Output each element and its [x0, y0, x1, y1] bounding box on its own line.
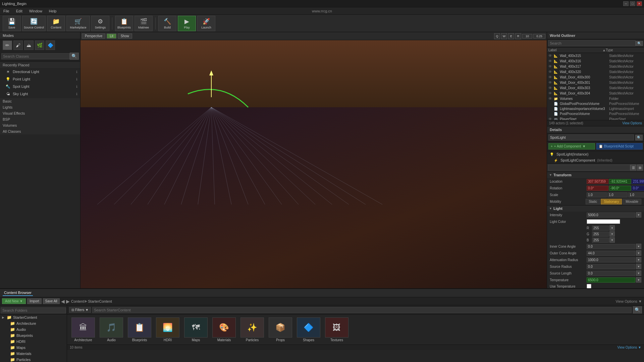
content-item-audio[interactable]: 🎵 Audio — [98, 317, 125, 342]
blueprints-button[interactable]: 📋 Blueprints — [115, 16, 133, 31]
details-name-input[interactable] — [548, 134, 634, 140]
location-z-input[interactable] — [632, 179, 644, 184]
outliner-item-wall315[interactable]: 👁 📐 Wall_400x315 StaticMeshActor — [547, 53, 644, 58]
viewport-tool3[interactable]: E — [508, 33, 514, 39]
point-light-item[interactable]: 💡 Point Light ℹ — [0, 75, 80, 83]
spotlight-component-item[interactable]: ⚡ SpotLightComponent (Inherited) — [547, 157, 644, 163]
recently-placed-header[interactable]: Recently Placed — [0, 62, 80, 68]
view-options-btn[interactable]: View Options ▼ — [615, 299, 642, 303]
static-mobility-btn[interactable]: Static — [586, 199, 600, 204]
marketplace-button[interactable]: 🛒 Marketplace — [66, 16, 90, 31]
rotation-x-input[interactable] — [587, 186, 608, 191]
outliner-item-postprocess[interactable]: 📄 GlobalPostProcessVolume PostProcessVol… — [547, 101, 644, 106]
outliner-item-lightmass[interactable]: 📄 LightmassImportanceVolume3 LightmassIm… — [547, 106, 644, 111]
directional-light-item[interactable]: ☀ Directional Light ℹ — [0, 68, 80, 75]
outliner-search-input[interactable] — [548, 40, 636, 46]
scale-x-input[interactable] — [587, 192, 607, 197]
content-view-options[interactable]: View Options ▼ — [618, 346, 641, 349]
stationary-mobility-btn[interactable]: Stationary — [601, 199, 622, 204]
scale-z-input[interactable] — [628, 192, 644, 197]
outliner-item-wall316[interactable]: 👁 📐 Wall_400x316 StaticMeshActor — [547, 58, 644, 64]
movable-mobility-btn[interactable]: Movable — [623, 199, 641, 204]
details-grid-view-btn[interactable]: ⊞ — [637, 165, 643, 171]
content-search-input[interactable] — [92, 307, 632, 313]
inner-cone-expand-btn[interactable]: ▼ — [636, 244, 641, 249]
class-search-input[interactable] — [1, 53, 70, 59]
source-radius-input[interactable] — [587, 264, 635, 269]
folder-audio[interactable]: 📁 Audio — [0, 326, 67, 333]
outliner-item-playerstart[interactable]: 👁 🎮 PlayerStart PlayerStart — [547, 116, 644, 120]
add-new-button[interactable]: Add New ▼ — [2, 298, 26, 304]
close-btn[interactable]: ✕ — [637, 1, 642, 6]
details-list-view-btn[interactable]: ☰ — [630, 165, 636, 171]
location-x-input[interactable] — [587, 179, 608, 184]
view-options-btn[interactable]: View Options — [622, 121, 642, 125]
content-search-btn[interactable]: 🔍 — [633, 306, 642, 313]
light-section-header[interactable]: ▼ Light — [547, 205, 644, 212]
mode-landscape[interactable]: ⛰ — [24, 41, 34, 50]
visual-effects-header[interactable]: Visual Effects — [0, 110, 80, 116]
bsp-header[interactable]: BSP — [0, 116, 80, 122]
content-item-props[interactable]: 📦 Props — [267, 317, 294, 342]
temperature-input[interactable] — [587, 278, 635, 283]
content-item-shapes[interactable]: 🔷 Shapes — [295, 317, 322, 342]
folder-hdri[interactable]: 📁 HDRI — [0, 339, 67, 345]
perspective-btn[interactable]: Perspective — [82, 34, 105, 39]
folder-maps[interactable]: 📁 Maps — [0, 345, 67, 351]
outliner-item-postprocess2[interactable]: 📄 PostProcessVolume PostProcessVolume — [547, 111, 644, 116]
folder-search-input[interactable] — [1, 307, 66, 313]
folder-starter-content[interactable]: ▶ 📁 StarterContent — [0, 314, 67, 320]
source-control-button[interactable]: 🔄 Source Control — [22, 16, 46, 31]
matinee-button[interactable]: 🎬 Matinee — [135, 16, 153, 31]
content-item-architecture[interactable]: 🏛 Architecture — [70, 317, 97, 342]
attenuation-input[interactable] — [587, 257, 635, 262]
rotation-y-input[interactable] — [609, 186, 631, 191]
b-expand-btn[interactable]: ▼ — [609, 237, 615, 243]
basic-header[interactable]: Basic — [0, 98, 80, 104]
intensity-input[interactable] — [587, 213, 635, 218]
import-button[interactable]: Import — [27, 298, 41, 304]
g-input[interactable] — [592, 232, 609, 237]
spotlight-instance-item[interactable]: 💡 SpotLight(Instance) — [547, 151, 644, 157]
settings-button[interactable]: ⚙ Settings — [91, 16, 109, 31]
outliner-item-walldoor303[interactable]: 👁 📐 Wall_Door_400x303 StaticMeshActor — [547, 85, 644, 90]
outer-cone-input[interactable] — [587, 251, 635, 256]
sort-arrow[interactable]: ▲ — [602, 48, 606, 52]
save-all-button[interactable]: Save All — [43, 298, 60, 304]
outliner-item-volumes[interactable]: 👁 📁 Volumes Folder — [547, 96, 644, 101]
outer-cone-expand-btn[interactable]: ▼ — [636, 250, 641, 256]
minimize-btn[interactable]: ─ — [623, 1, 629, 6]
viewport-tool4[interactable]: R — [515, 33, 521, 39]
content-item-textures[interactable]: 🖼 Textures — [323, 317, 350, 342]
outliner-item-walldoor300[interactable]: 👁 📐 Wall_Door_400x300 StaticMeshActor — [547, 74, 644, 80]
filters-button[interactable]: ⊟ Filters ▼ — [69, 307, 91, 313]
outliner-item-walldoor304[interactable]: 👁 📐 Wall_Door_400x304 StaticMeshActor — [547, 90, 644, 96]
mode-paint[interactable]: 🖌 — [13, 41, 23, 50]
details-search-btn[interactable]: 🔍 — [635, 135, 643, 140]
content-browser-tab[interactable]: Content Browser — [3, 290, 33, 296]
scale-y-input[interactable] — [607, 192, 628, 197]
spot-light-item[interactable]: 🔦 Spot Light ℹ — [0, 83, 80, 90]
content-item-maps[interactable]: 🗺 Maps — [182, 317, 209, 342]
content-item-hdri[interactable]: 🌅 HDRI — [154, 317, 181, 342]
mode-place[interactable]: ✏ — [3, 41, 12, 50]
inner-cone-input[interactable] — [587, 244, 635, 249]
r-input[interactable] — [592, 226, 609, 231]
folder-particles[interactable]: 📁 Particles — [0, 357, 67, 362]
blueprint-button[interactable]: 📋 Blueprint/Add Script — [596, 143, 643, 149]
mode-geometry[interactable]: 🔷 — [46, 41, 55, 50]
content-item-blueprints[interactable]: 📋 Blueprints — [126, 317, 153, 342]
save-button[interactable]: 💾 Save — [3, 16, 21, 31]
menu-edit[interactable]: Edit — [15, 8, 24, 14]
sky-light-item[interactable]: 🌤 Sky Light ℹ — [0, 90, 80, 98]
show-btn[interactable]: Show — [118, 34, 132, 39]
intensity-expand-btn[interactable]: ▼ — [636, 212, 641, 218]
volumes-header[interactable]: Volumes — [0, 122, 80, 128]
all-classes-header[interactable]: All Classes — [0, 128, 80, 134]
location-y-input[interactable] — [609, 179, 631, 184]
nav-back-btn[interactable]: ◀ — [61, 299, 65, 304]
breadcrumb-content[interactable]: Content — [71, 299, 84, 303]
folder-blueprints[interactable]: 📁 Blueprints — [0, 333, 67, 339]
outliner-item-wall317[interactable]: 👁 📐 Wall_400x317 StaticMeshActor — [547, 64, 644, 69]
class-search-button[interactable]: 🔍 — [70, 53, 79, 60]
